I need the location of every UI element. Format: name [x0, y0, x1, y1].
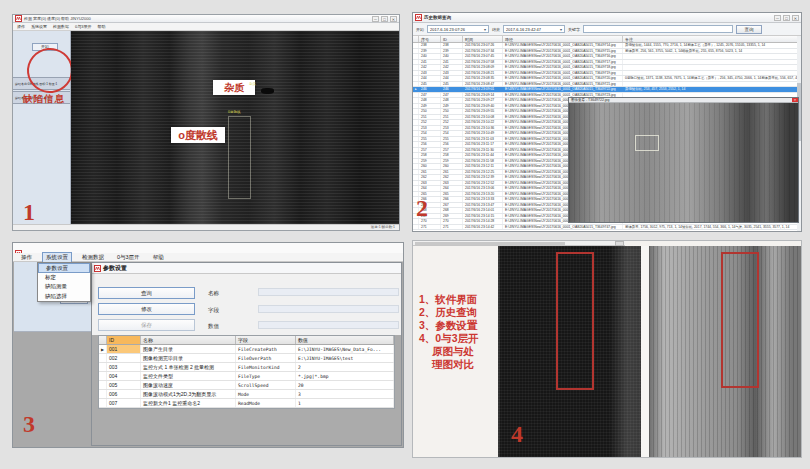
param-row[interactable]: ▶001图像产生目录FileCreatePathE:\JINYU-IMAGES\… [99, 345, 394, 354]
path-cell: E:\JINYU-IMAGES\New\JY20170616_0001_OAB2… [503, 60, 623, 65]
preview-defect-box [635, 135, 659, 151]
close-icon[interactable]: ✕ [792, 98, 798, 102]
id-cell: 001 [107, 345, 141, 353]
seq-cell: 264 [419, 186, 441, 191]
field-cell: FileOverPath [236, 354, 296, 362]
seq-cell: 255 [419, 137, 441, 142]
id-cell: 260 [441, 164, 463, 169]
path-cell: E:\JINYU-IMAGES\New\JY20170616_0001_OAB2… [503, 49, 623, 54]
menu-item-帮助[interactable]: 帮助 [150, 253, 167, 262]
keyword-label: 关键字 [568, 27, 580, 32]
column-header[interactable]: ID [107, 336, 141, 344]
maximize-icon[interactable]: □ [783, 15, 790, 21]
fabric-image-view[interactable]: 杂质 杂质 0度散线 o度散线 [71, 31, 399, 224]
keyword-input[interactable] [583, 25, 733, 33]
menu-item[interactable]: 帮助 [97, 24, 105, 29]
p3-menubar: 操作系统设置检测数据0与3层开帮助 [13, 253, 403, 262]
id-cell: 266 [441, 197, 463, 202]
id-cell: 248 [441, 98, 463, 103]
row-marker-cell [99, 363, 107, 371]
menu-item-操作[interactable]: 操作 [18, 253, 35, 262]
menu-item-检测数据[interactable]: 检测数据 [79, 253, 107, 262]
id-cell: 005 [107, 381, 141, 389]
remark-cell: 整体异常, 1756, 3012, 975, 713, 1, 14疑似斑, 20… [623, 225, 801, 230]
maximize-icon[interactable]: □ [381, 16, 388, 22]
end-time-picker[interactable]: 2017-6-16 23:42:47 ▾ [503, 25, 565, 33]
panel-number-1: 1 [23, 199, 35, 226]
param-table-header: ID名称字段数值 [99, 336, 394, 345]
menu-item[interactable]: 操作 [17, 24, 25, 29]
seq-cell: 256 [419, 142, 441, 147]
time-cell: 2017/6/16 23:10:08 [463, 115, 503, 120]
time-cell: 2017/6/16 23:13:33 [463, 197, 503, 202]
param-row[interactable]: 007监控新文件1 监控重命名2ReadMode1 [99, 399, 394, 408]
dropdown-item[interactable]: 标定 [38, 273, 90, 283]
chevron-down-icon[interactable]: ▾ [484, 26, 486, 33]
minimize-icon[interactable]: ─ [774, 15, 781, 21]
table-row[interactable]: 2712712017/6/16 23:14:42E:\JINYU-IMAGES\… [413, 225, 801, 231]
row-marker-cell [99, 381, 107, 389]
dropdown-item[interactable]: 缺陷测量 [38, 282, 90, 292]
close-icon[interactable]: ✕ [390, 16, 397, 22]
note-line: 1、软件界面 [419, 293, 499, 306]
field-input[interactable] [258, 305, 399, 313]
close-icon[interactable]: ✕ [792, 15, 799, 21]
menu-item[interactable]: 检测数据 [53, 24, 69, 29]
param-row[interactable]: 005图像滚动速度ScrollSpeed20 [99, 381, 394, 390]
menu-item-0与3层开[interactable]: 0与3层开 [114, 253, 143, 262]
seq-cell: 238 [419, 43, 441, 48]
param-row[interactable]: 003监控方式 1 单张检测 2 批量检测FileMonitorKind2 [99, 363, 394, 372]
minimize-icon[interactable]: ─ [372, 16, 379, 22]
param-row[interactable]: 006图像滚动模式1为2D,3为翻页显示Mode3 [99, 390, 394, 399]
column-header[interactable]: 字段 [236, 336, 296, 344]
time-cell: 2017/6/16 23:11:44 [463, 153, 503, 158]
name-input[interactable] [258, 288, 399, 296]
column-header[interactable]: 时间 [463, 36, 503, 42]
column-header[interactable]: 备注 [623, 36, 801, 42]
seq-cell: 263 [419, 181, 441, 186]
menu-item-系统设置[interactable]: 系统设置 [42, 252, 72, 263]
value-cell: E:\JINYU-IMAGES\test [296, 354, 394, 362]
time-cell: 2017/6/16 23:12:25 [463, 170, 503, 175]
id-cell: 244 [441, 76, 463, 81]
scatter-yellow-tag: 0度散线 [228, 110, 240, 114]
id-cell: 264 [441, 186, 463, 191]
column-header[interactable]: ID [441, 36, 463, 42]
dropdown-item[interactable]: 参数设置 [38, 263, 90, 273]
annotation-notes: 1、软件界面2、历史查询3、参数设置4、0与3层开原图与处理图对比 [419, 293, 499, 371]
chevron-down-icon[interactable]: ▾ [560, 26, 562, 33]
name-cell: 图像滚动速度 [141, 381, 236, 389]
save-button[interactable]: 保存 [98, 319, 195, 331]
menu-item[interactable]: 系统设置 [31, 24, 47, 29]
column-header[interactable]: 序号 [419, 36, 441, 42]
column-header[interactable]: 数值 [296, 336, 394, 344]
query-button[interactable]: 查询 [736, 25, 762, 34]
panel-number-4: 4 [511, 421, 523, 448]
column-header[interactable]: 路径 [503, 36, 623, 42]
id-cell: 270 [441, 219, 463, 224]
history-table-header: 序号ID时间路径备注 [413, 36, 801, 43]
id-cell: 250 [441, 109, 463, 114]
param-row[interactable]: 004监控文件类型FileType*.jpg|*.bmp [99, 372, 394, 381]
column-header[interactable]: 名称 [141, 336, 236, 344]
modify-button[interactable]: 修改 [98, 303, 195, 315]
seq-cell: 271 [419, 225, 441, 230]
id-cell: 247 [441, 93, 463, 98]
panel-number-2: 2 [416, 195, 428, 222]
menu-item[interactable]: 0与3层开 [75, 24, 91, 29]
dropdown-item[interactable]: 缺陷选择 [38, 292, 90, 302]
system-settings-dropdown: 参数设置标定缺陷测量缺陷选择 [37, 262, 91, 302]
time-cell: 2017/6/16 23:07:34 [463, 49, 503, 54]
remark-cell [623, 71, 801, 76]
time-cell: 2017/6/16 23:09:14 [463, 93, 503, 98]
query-button[interactable]: 查询 [98, 287, 195, 299]
seq-cell: 239 [419, 49, 441, 54]
start-time-picker[interactable]: 2017-6-16 23:07:26 ▾ [427, 25, 489, 33]
time-cell: 2017/6/16 23:08:09 [463, 65, 503, 70]
param-row[interactable]: 002图像检测完毕目录FileOverPathE:\JINYU-IMAGES\t… [99, 354, 394, 363]
defect-info-callout: 缺陷信息 [23, 93, 65, 106]
path-cell: E:\JINYU-IMAGES\New\JY20170616_0001_OAB2… [503, 43, 623, 48]
value-input[interactable] [258, 321, 399, 329]
panel-number-3: 3 [23, 411, 35, 438]
seq-cell: 259 [419, 159, 441, 164]
